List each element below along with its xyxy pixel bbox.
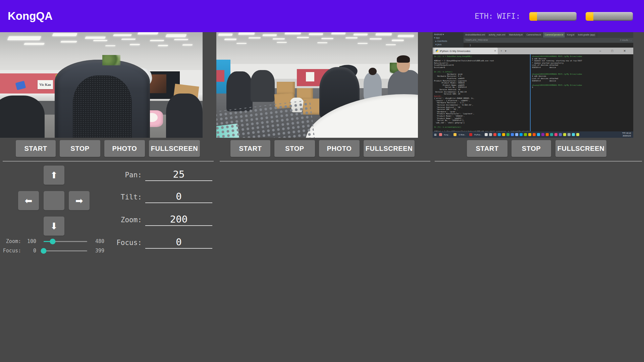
terminal-line: zhuang118662289346M8001 MSYS /g/My Drive… (532, 55, 632, 58)
editor-tab: Kong.kt (565, 32, 576, 38)
ceiling-light (317, 42, 327, 43)
fullscreen-button[interactable]: FULLSCREEN (364, 140, 415, 157)
console-line: 'Version Incremental': '0.902.64', (434, 104, 529, 106)
console-line: 'Hardware Revision': '2.1', (434, 102, 529, 104)
start-button[interactable]: START (230, 140, 270, 157)
focus-slider-track[interactable] (44, 250, 87, 251)
camera-1-controls: START STOP PHOTO FULLSCREEN (16, 140, 204, 157)
ceiling-light (331, 33, 345, 35)
start-button[interactable]: START (16, 140, 56, 157)
editor-tab: CameraView.kt (525, 32, 543, 38)
python-icon (436, 50, 438, 52)
console-line: ADBCmd = C:\EasyAVEngine\Tools\Android\A… (434, 60, 529, 62)
name-sign: Vic Kao (38, 80, 53, 89)
taskbar-icon (568, 133, 571, 136)
search-bar: TEMPLATE_PREVIEW 2 results ↑ ↓ (464, 38, 633, 43)
ceiling-light (52, 33, 77, 36)
taskbar-icon (576, 133, 579, 136)
console-line: Platform: sdm845 (434, 77, 529, 80)
stop-button[interactable]: STOP (512, 140, 551, 157)
fullscreen-button[interactable]: FULLSCREEN (149, 140, 200, 157)
app-header: KongQA ETH: WIFI: (0, 0, 644, 32)
camera-3-controls: START STOP FULLSCREEN (467, 140, 610, 157)
ceiling-light (166, 34, 187, 37)
ceiling-light (121, 39, 136, 40)
console-line: Product Name: sdm845 (434, 84, 529, 86)
focus-input[interactable]: 0 (145, 237, 212, 249)
android-studio-bar: Android ▾ ▾ app ▸ manifests ▾ java Andro… (433, 32, 633, 48)
tilt-field-row: Tilt: 0 (0, 191, 218, 203)
wifi-label: WIFI: (497, 0, 520, 32)
pan-input[interactable]: 25 (145, 169, 212, 181)
focus-field-row: Focus: 0 (0, 237, 218, 249)
cardboard-box (277, 82, 295, 95)
terminal-line (532, 69, 632, 71)
tilt-input[interactable]: 0 (145, 191, 212, 203)
ceiling-light (150, 40, 164, 41)
taskbar-icon (537, 133, 540, 136)
ceiling-light (137, 32, 158, 35)
plant (102, 55, 120, 66)
ceiling-light (224, 39, 236, 40)
stop-button[interactable]: STOP (60, 140, 100, 157)
ceiling-light (357, 43, 368, 44)
ceiling-light (113, 34, 132, 36)
ceiling-light (249, 37, 261, 39)
taskbar-icon (572, 133, 575, 136)
taskbar-icon (563, 133, 566, 136)
window-controls: – □ ✕ (599, 49, 631, 53)
photo-button[interactable]: PHOTO (319, 140, 360, 157)
taskbar-icon (489, 133, 492, 136)
taskbar-icon (485, 133, 488, 136)
chair-with-coat (251, 70, 275, 102)
terminal-line: List of devices attached (532, 64, 632, 66)
ceiling-light (182, 44, 193, 46)
terminal-line: * daemon started successfully (532, 62, 632, 64)
pan-field-row: Pan: 25 (0, 169, 218, 181)
zoom-input[interactable]: 200 (145, 214, 212, 226)
taskbar-icon (502, 133, 505, 136)
taskbar-icon (515, 133, 518, 136)
photo-button[interactable]: PHOTO (104, 140, 145, 157)
ceiling-light (238, 33, 255, 35)
ceiling-light (174, 39, 189, 40)
taskbar-icon (528, 133, 531, 136)
console-line: 'Serial No.': '93858fc4'}, (434, 119, 529, 122)
taskbar-icon (533, 133, 536, 136)
camera-2-controls: START STOP PHOTO FULLSCREEN (230, 140, 419, 157)
project-tree: ▾ app ▸ manifests ▾ java (434, 36, 464, 46)
ceiling-light (397, 35, 414, 37)
stop-button[interactable]: STOP (274, 140, 315, 157)
taskbar-icon (554, 133, 557, 136)
section-divider (3, 161, 214, 162)
ceiling-light (273, 38, 285, 40)
console-line: 'Version SDK': '29', (434, 108, 529, 111)
start-button[interactable]: START (467, 140, 507, 157)
ipython-tab: IPython: G:\My Drive/codes ✕ (434, 48, 498, 54)
console-line: Product Manufacturer: Logitech (434, 80, 529, 82)
editor-tab: activity_main.xml (487, 32, 507, 38)
person-right-hair (397, 55, 410, 63)
project-selector: Android ▾ (434, 33, 464, 36)
console-line: In [5]: k.screenCapture() (434, 126, 529, 128)
ceiling-light (375, 33, 392, 36)
project-tree-item: ▾ java (434, 43, 464, 46)
console-line: 'adb_cmd': 'shell getprop'} (434, 122, 529, 124)
ceiling-light (309, 33, 323, 35)
camera-3-feed: Android ▾ ▾ app ▸ manifests ▾ java Andro… (433, 32, 633, 138)
console-line: {'error': <KongError.RANGE_ERROR: 1>, (434, 97, 529, 100)
terminal-line: 93858fc4 device (532, 66, 632, 69)
terminal-line: $ adb devices (532, 58, 632, 60)
search-results: 2 results ↑ ↓ (620, 38, 632, 43)
console-line: In [4]: k.infos() (434, 71, 529, 73)
app-title: KongQA (8, 0, 53, 32)
focus-label: Focus: (84, 237, 142, 249)
fullscreen-button[interactable]: FULLSCREEN (555, 140, 606, 157)
console-line: ReturnList=[] (434, 62, 529, 64)
tilt-label: Tilt: (84, 191, 142, 203)
taskbar-open-apps: Kong … C:\Rob… PicPick… (438, 131, 485, 138)
taskbar-icon (524, 133, 527, 136)
ceiling-light (7, 36, 41, 40)
focus-slider-thumb[interactable] (41, 248, 47, 254)
ceiling-light (236, 43, 247, 44)
